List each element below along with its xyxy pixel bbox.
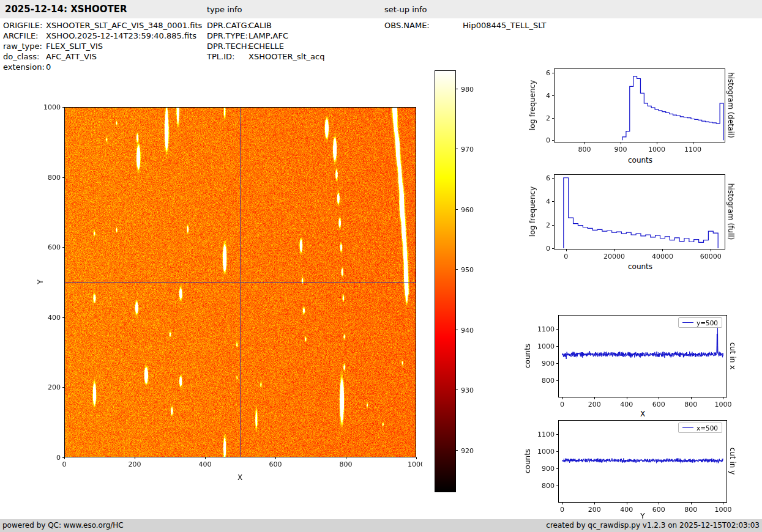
metadata-value: XSHOOTER_SLT_AFC_VIS_348_0001.fits [46,21,202,30]
histogram-detail-xaxis-label: counts [628,156,652,164]
header-bar: 2025-12-14: XSHOOTER type info set-up in… [0,0,762,18]
metadata-row: do_class:AFC_ATT_VIS [3,51,202,62]
metadata-value: LAMP,AFC [248,31,288,40]
histogram-full-plot [525,166,736,260]
metadata-setup-info: OBS.NAME:Hip008445_TELL_SLT [384,20,547,31]
metadata-value: 0 [46,62,51,72]
colorbar [428,66,502,498]
metadata-row: raw_type:FLEX_SLIT_VIS [3,41,202,51]
metadata-value: Hip008445_TELL_SLT [463,21,547,30]
type-info-heading: type info [207,5,242,14]
raw-image-plot [35,100,422,474]
metadata-row: DPR.CATG:CALIB [207,20,324,31]
metadata-row: ARCFILE:XSHOO.2025-12-14T23:59:40.885.fi… [3,31,202,41]
metadata-row: extension:0 [3,62,202,72]
footer-powered-by: powered by QC: www.eso.org/HC [2,519,124,532]
histogram-full-yaxis-label: log frequency [528,187,537,237]
metadata-file-info: ORIGFILE:XSHOOTER_SLT_AFC_VIS_348_0001.f… [3,20,202,72]
cut-in-x-side-label: cut in x [728,342,737,370]
metadata-value: XSHOOTER_slt_acq [248,52,324,61]
cut-in-y-yaxis-label: counts [523,449,532,473]
raw-image-yaxis-label: Y [36,279,45,284]
metadata-label: OBS.NAME: [384,20,463,31]
page-title: 2025-12-14: XSHOOTER [5,4,127,15]
legend-label: x=500 [697,424,718,432]
qc-report-page: 2025-12-14: XSHOOTER type info set-up in… [0,0,762,532]
metadata-row: DPR.TYPE:LAMP,AFC [207,31,324,41]
histogram-detail-yaxis-label: log frequency [528,80,537,130]
metadata-value: XSHOO.2025-12-14T23:59:40.885.fits [46,31,196,40]
metadata-row: DPR.TECH:ECHELLE [207,41,324,51]
histogram-detail-side-label: histogram (detail) [727,72,735,138]
cut-in-y-side-label: cut in y [728,448,737,475]
cut-in-x-yaxis-label: counts [523,344,532,368]
histogram-full-xaxis-label: counts [628,262,652,271]
metadata-label: extension: [3,62,46,72]
setup-info-heading: set-up info [384,5,427,14]
metadata-label: raw_type: [3,41,46,51]
metadata-label: DPR.TECH: [207,41,248,51]
metadata-value: CALIB [248,21,272,30]
metadata-label: do_class: [3,51,46,62]
legend-line-sample [682,427,693,428]
metadata-label: DPR.TYPE: [207,31,248,41]
metadata-row: OBS.NAME:Hip008445_TELL_SLT [384,20,547,31]
raw-image-xaxis-label: X [237,473,242,482]
cut-in-x-legend: y=500 [678,317,722,328]
metadata-label: ORIGFILE: [3,20,46,31]
cut-in-y-legend: x=500 [678,423,722,433]
metadata-label: TPL.ID: [207,51,248,62]
metadata-value: AFC_ATT_VIS [46,52,97,61]
metadata-value: FLEX_SLIT_VIS [46,42,103,51]
metadata-label: ARCFILE: [3,31,46,41]
legend-label: y=500 [697,319,718,327]
legend-line-sample [682,322,693,323]
metadata-row: ORIGFILE:XSHOOTER_SLT_AFC_VIS_348_0001.f… [3,20,202,31]
footer-created-by: created by qc_rawdisp.py v1.2.3 on 2025-… [546,519,760,532]
metadata-type-info: DPR.CATG:CALIBDPR.TYPE:LAMP,AFCDPR.TECH:… [207,20,324,62]
metadata-value: ECHELLE [248,42,284,51]
histogram-full-side-label: histogram (full) [727,183,735,240]
metadata-row: TPL.ID:XSHOOTER_slt_acq [207,51,324,62]
footer-bar: powered by QC: www.eso.org/HC created by… [0,519,762,532]
metadata-label: DPR.CATG: [207,20,248,31]
histogram-detail-plot [525,60,736,153]
